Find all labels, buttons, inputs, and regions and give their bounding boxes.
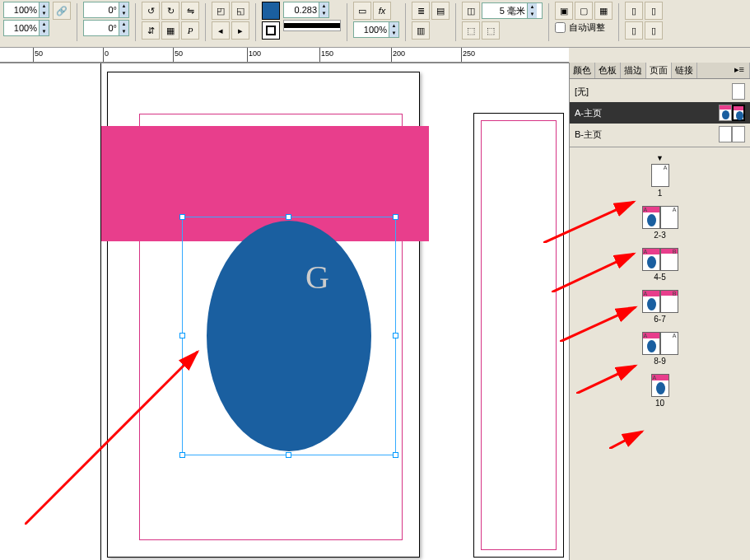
- ruler-tick-label: 100: [249, 49, 261, 58]
- page-number-label: 1: [658, 189, 663, 198]
- auto-fit-label: 自动调整: [569, 21, 605, 34]
- corner-options-2-icon[interactable]: ⬚: [482, 21, 500, 40]
- ruler-tick-label: 50: [175, 49, 183, 58]
- master-thumbnail[interactable]: [719, 126, 745, 142]
- page-item[interactable]: AB6-7: [642, 290, 678, 324]
- page-number-label: 6-7: [654, 315, 665, 324]
- opacity-input[interactable]: ▲▼: [353, 21, 399, 38]
- align-left-icon[interactable]: ▯: [625, 2, 643, 20]
- inset-input[interactable]: ▲▼: [482, 2, 543, 19]
- ruler-tick-label: 0: [105, 49, 109, 58]
- effects-icon[interactable]: ▭: [353, 2, 371, 20]
- panel-tab[interactable]: 颜色: [570, 63, 595, 78]
- resize-handle[interactable]: [286, 452, 291, 458]
- page-number-label: 2-3: [654, 231, 665, 240]
- center-content-icon[interactable]: ▦: [594, 2, 613, 20]
- master-page-row[interactable]: [无]: [570, 81, 750, 102]
- resize-handle[interactable]: [179, 452, 185, 458]
- align-right-icon[interactable]: ▯: [625, 21, 643, 40]
- text-p-icon[interactable]: P: [181, 21, 199, 40]
- select-container-icon[interactable]: ◰: [212, 2, 230, 20]
- resize-handle[interactable]: [179, 214, 185, 220]
- page-item[interactable]: AA8-9: [642, 332, 678, 366]
- resize-handle[interactable]: [393, 452, 398, 458]
- margin-guide: [481, 120, 557, 550]
- resize-handle[interactable]: [286, 214, 291, 220]
- flip-h-icon[interactable]: ⇋: [181, 2, 199, 20]
- panel-tab[interactable]: 链接: [672, 63, 697, 78]
- corner-options-icon[interactable]: ⬚: [462, 21, 480, 40]
- resize-handle[interactable]: [179, 333, 185, 338]
- master-page-row[interactable]: A-主页: [570, 102, 750, 124]
- ruler-tick-label: 200: [393, 49, 405, 58]
- prev-object-icon[interactable]: ◂: [212, 21, 230, 40]
- page-item[interactable]: ▼A1: [651, 154, 669, 198]
- master-page-label: B-主页: [575, 128, 602, 141]
- page-spread-thumb[interactable]: AA: [642, 332, 678, 355]
- next-object-icon[interactable]: ▸: [231, 21, 249, 40]
- resize-handle[interactable]: [393, 214, 398, 220]
- page-number-label: 10: [655, 399, 664, 408]
- page-spread-thumb[interactable]: A: [651, 164, 669, 187]
- align-center-icon[interactable]: ▯: [645, 2, 663, 20]
- stroke-swatch[interactable]: [262, 21, 280, 40]
- rotate-ccw-icon[interactable]: ↺: [142, 2, 160, 20]
- control-toolbar: ▲▼ ▲▼ 🔗 ▲▼ ▲▼ ↺ ↻ ⇋ ⇵ ▦ P ◰ ◱: [0, 0, 750, 48]
- master-page-label: A-主页: [575, 107, 602, 119]
- ruler-tick-label: 250: [463, 49, 475, 58]
- master-thumbnail[interactable]: [732, 83, 745, 100]
- fit-content-icon[interactable]: ▣: [555, 2, 573, 20]
- flip-v-icon[interactable]: ⇵: [142, 21, 160, 40]
- panel-tab[interactable]: 色板: [595, 63, 621, 78]
- resize-handle[interactable]: [393, 333, 398, 338]
- panel-tabs: 颜色色板描边页面链接▸≡: [570, 63, 750, 79]
- master-pages-list: [无]A-主页B-主页: [570, 79, 750, 147]
- stroke-style-select[interactable]: [283, 20, 341, 31]
- fill-swatch[interactable]: [262, 2, 280, 20]
- page-number-label: 8-9: [654, 357, 665, 366]
- page-number-label: 4-5: [654, 273, 665, 282]
- rotation-input[interactable]: ▲▼: [83, 2, 129, 18]
- panel-menu-icon[interactable]: ▸≡: [729, 63, 750, 78]
- selection-frame[interactable]: [182, 217, 396, 455]
- document-canvas[interactable]: G: [0, 63, 569, 560]
- horizontal-ruler: 50050100150200250: [0, 48, 569, 63]
- panel-tab[interactable]: 描边: [621, 63, 646, 78]
- scale-x-input[interactable]: ▲▼: [3, 2, 49, 18]
- fx-icon[interactable]: fx: [373, 2, 391, 20]
- page-spread-thumb[interactable]: AA: [642, 206, 678, 229]
- text-wrap-none-icon[interactable]: ≣: [412, 2, 430, 20]
- fit-frame-icon[interactable]: ▢: [575, 2, 593, 20]
- panel-tab[interactable]: 页面: [646, 63, 672, 78]
- master-thumbnail[interactable]: [719, 105, 745, 121]
- page-spread-thumb[interactable]: AB: [642, 248, 678, 271]
- stroke-weight-input[interactable]: ▲▼: [283, 2, 329, 18]
- scale-y-input[interactable]: ▲▼: [3, 20, 49, 36]
- ruler-tick-label: 50: [35, 49, 43, 58]
- page-spread-left[interactable]: G: [107, 72, 420, 558]
- page-spread-right[interactable]: [473, 113, 564, 558]
- page-spread-thumb[interactable]: AB: [642, 290, 678, 313]
- text-wrap-bounding-icon[interactable]: ▤: [431, 2, 450, 20]
- ruler-tick-label: 150: [321, 49, 333, 58]
- constrain-icon[interactable]: 🔗: [53, 2, 71, 20]
- master-page-label: [无]: [575, 86, 589, 98]
- shear-input[interactable]: ▲▼: [83, 20, 129, 36]
- align-top-icon[interactable]: ▯: [645, 21, 663, 40]
- select-content-icon[interactable]: ◱: [231, 2, 249, 20]
- text-wrap-shape-icon[interactable]: ▥: [412, 21, 430, 40]
- panels-dock: 颜色色板描边页面链接▸≡ [无]A-主页B-主页 ▼A1AA2-3AB4-5AB…: [569, 63, 750, 560]
- page-item[interactable]: A10: [651, 374, 669, 408]
- page-item[interactable]: AB4-5: [642, 248, 678, 282]
- rotate-cw-icon[interactable]: ↻: [161, 2, 179, 20]
- page-item[interactable]: AA2-3: [642, 206, 678, 240]
- master-page-row[interactable]: B-主页: [570, 124, 750, 145]
- auto-fit-checkbox[interactable]: [555, 22, 566, 33]
- transform-icon[interactable]: ▦: [161, 21, 179, 40]
- page-spread-thumb[interactable]: A: [651, 374, 669, 397]
- current-page-marker: ▼: [656, 154, 664, 162]
- pages-list[interactable]: ▼A1AA2-3AB4-5AB6-7AA8-9A10: [570, 147, 750, 543]
- frame-fitting-icon[interactable]: ◫: [462, 2, 480, 20]
